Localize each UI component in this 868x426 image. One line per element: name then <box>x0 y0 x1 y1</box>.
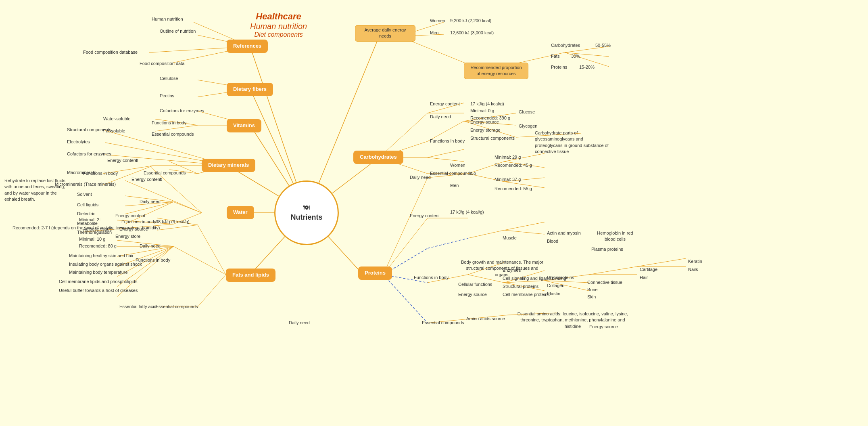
electrolytes-node: Electrolytes <box>65 138 92 145</box>
energy-content-fats-label-node: Energy content <box>113 212 148 219</box>
title-area: Healthcare Human nutrition Diet componen… <box>250 11 307 38</box>
daily-need-label-node: Daily need <box>286 319 312 326</box>
essential-fatty-node: Essential fatty acid <box>117 303 159 310</box>
nails-node: Nails <box>686 266 700 273</box>
essential-compounds-vitamins-node: Essential compounds <box>149 130 196 138</box>
keratin-node: Keratin <box>686 258 705 265</box>
structural-components-node: Structural components <box>65 126 114 133</box>
energy-store-node: Energy store <box>113 233 143 240</box>
functions-body-vitamins-node: Functions in body <box>149 119 189 126</box>
rec-fats-node: Recomended: 80 g <box>77 242 119 250</box>
svg-line-74 <box>468 230 504 238</box>
dietary-fibers-label: Dietary fibers <box>233 86 267 92</box>
glucose-node: Glucose <box>516 108 537 115</box>
proteins-label: Proteins <box>365 270 386 276</box>
proteins-women-label-node: Women <box>448 162 468 169</box>
proteins-daily-need-node: Daily need <box>407 174 433 181</box>
daily-need-water-node: Daily need <box>137 198 163 205</box>
carbohydrates-node: Carbohydrates <box>353 151 403 164</box>
title-human: Human nutrition <box>250 22 307 31</box>
recommended-proportion-node: Recommended proportion of energy resourc… <box>464 63 528 79</box>
skin-node: Skin <box>585 293 598 300</box>
elastin-node: Elastin <box>545 290 563 297</box>
svg-line-99 <box>637 258 686 267</box>
women-avg-value-node: 9,200 kJ (2,200 kcal) <box>448 17 494 24</box>
men-avg-label-node: Men <box>428 29 441 36</box>
svg-line-49 <box>198 275 226 307</box>
svg-line-76 <box>504 230 545 234</box>
vitamins-node: Vitamins <box>227 119 261 132</box>
structural-proteins-node: Structural proteins <box>500 283 541 290</box>
svg-line-56 <box>428 157 464 162</box>
avg-energy-node: Average daily energy needs <box>355 25 415 42</box>
fats-node: Fats and lipids <box>226 269 275 282</box>
proteins-proportion-value-node: 15-20% <box>577 63 597 71</box>
connective-tissue-node: Connective tissue <box>585 279 625 286</box>
title-diet: Diet components <box>250 31 307 38</box>
cofactors-enzymes-vitamins-node: Cofactors for enzymes <box>157 107 207 114</box>
daily-need-carb-node: Daily need <box>428 113 453 120</box>
svg-line-101 <box>383 275 428 323</box>
fats-proportion-label-node: Fats <box>549 52 562 60</box>
proteins-node: Proteins <box>358 267 392 280</box>
fats-label: Fats and lipids <box>232 272 269 278</box>
buffer-node: Useful buffer towards a host of diseases <box>56 287 140 294</box>
center-node: 🍽 Nutrients <box>274 180 339 245</box>
min-fats-node: Minimal: 10 g <box>77 235 108 243</box>
energy-content-fats-value-node: 38 kJ/g (9 kcal/g) <box>153 218 192 225</box>
muscle-node: Muscle <box>500 234 519 241</box>
svg-line-79 <box>383 178 428 275</box>
fats-proportion-value-node: 30% <box>569 52 582 60</box>
proteins-energy-content-label-node: Energy content <box>407 212 442 219</box>
proteins-min-women-node: Minimal: 29 g <box>492 153 523 161</box>
proteins-min-men-node: Minimal: 37 g <box>492 176 523 183</box>
energy-storage-carb-node: Energy storage <box>468 126 503 134</box>
energy-value-minerals-node: 0 <box>133 157 140 164</box>
solvent-node: Solvent <box>75 191 94 198</box>
svg-line-41 <box>173 246 226 275</box>
water-soluble-node: Water-soluble <box>101 115 133 122</box>
plate-icon: 🍽 <box>290 204 322 212</box>
center-label: Nutrients <box>290 213 322 221</box>
proteins-essential-node: Essential compounds <box>419 319 467 326</box>
svg-line-73 <box>428 238 468 248</box>
macrominerals-node: Macrominerals <box>65 169 98 176</box>
energy-value-water-node: 0 <box>157 176 165 183</box>
outline-nutrition-node: Outline of nutrition <box>157 27 198 35</box>
cell-membrane-fats-node: Cell membrane lipids and phospholipids <box>56 278 140 285</box>
svg-line-38 <box>198 225 226 275</box>
proteins-proportion-label-node: Proteins <box>549 63 570 71</box>
collagen-node: Collagen <box>545 282 567 289</box>
svg-line-75 <box>504 222 545 230</box>
food-composition-data-node: Food composition data <box>137 60 187 67</box>
cartilage-node: Cartilage <box>637 266 660 273</box>
insulating-node: Insulating body organs against shock <box>67 260 144 268</box>
water-node: Water <box>227 206 254 219</box>
plasma-proteins-node: Plasma proteins <box>589 246 626 253</box>
glycogen-node: Glycogen <box>516 122 540 130</box>
dielectric-node: Dielectric <box>75 210 98 217</box>
energy-source-carb-node: Energy source <box>468 118 501 126</box>
body-temp-node: Maintaining body temperature <box>67 269 130 276</box>
functions-carb-node: Functions in body <box>428 137 467 145</box>
proteins-rec-men-node: Recomended: 55 g <box>492 185 534 192</box>
references-node: References <box>227 40 268 53</box>
references-label: References <box>233 43 261 49</box>
hair-node: Hair <box>637 274 650 281</box>
cellular-functions-node: Cellular functions <box>456 281 495 288</box>
cell-liquids-node: Cell liquids <box>75 201 101 208</box>
structural-carb-node: Structural components <box>468 134 517 142</box>
min-carb-node: Minimal: 0 g <box>468 107 497 114</box>
title-healthcare: Healthcare <box>250 11 307 22</box>
actin-myosin-node: Actin and myosin <box>545 229 583 237</box>
carb-proportion-value-node: 50-55% <box>593 42 613 49</box>
daily-need-fats-node: Daily need <box>137 242 163 250</box>
svg-line-29 <box>125 180 202 213</box>
men-avg-value-node: 12,600 kJ (3,000 kcal) <box>448 29 496 36</box>
women-avg-label-node: Women <box>428 17 448 24</box>
essential-value-carb-node: No <box>468 170 478 177</box>
proteins-functions-node: Functions in body <box>411 274 451 281</box>
pectins-node: Pectins <box>157 92 177 99</box>
human-nutrition-node: Human nutrition <box>149 15 186 23</box>
healthy-skin-node: Maintaining healthy skin and hair <box>67 252 136 259</box>
